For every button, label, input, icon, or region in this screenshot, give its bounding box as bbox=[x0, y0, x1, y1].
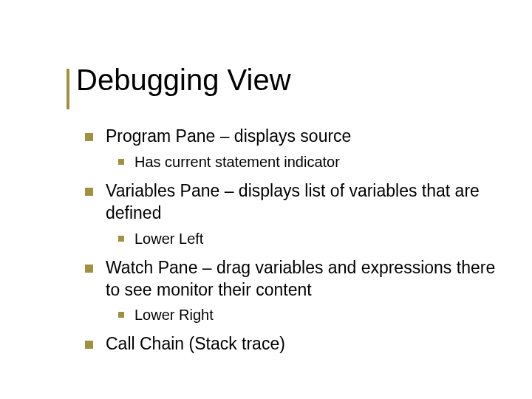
list-subitem: Lower Left bbox=[118, 229, 499, 248]
list-item: Program Pane – displays source bbox=[85, 126, 499, 148]
square-bullet-icon bbox=[118, 312, 124, 318]
list-item-text: Variables Pane – displays list of variab… bbox=[106, 180, 499, 225]
list-item-text: Watch Pane – drag variables and expressi… bbox=[106, 257, 499, 301]
slide: Debugging View Program Pane – displays s… bbox=[0, 0, 532, 399]
slide-body: Program Pane – displays source Has curre… bbox=[85, 126, 499, 360]
list-subitem: Lower Right bbox=[118, 305, 499, 324]
square-bullet-icon bbox=[118, 236, 124, 242]
square-bullet-icon bbox=[85, 265, 93, 273]
list-item-text: Program Pane – displays source bbox=[106, 126, 351, 148]
square-bullet-icon bbox=[118, 159, 124, 165]
list-item: Variables Pane – displays list of variab… bbox=[85, 180, 499, 225]
list-subitem-text: Has current statement indicator bbox=[134, 152, 340, 171]
list-subitem: Has current statement indicator bbox=[118, 152, 499, 171]
list-item-text: Call Chain (Stack trace) bbox=[106, 333, 285, 355]
title-accent-bar bbox=[66, 69, 69, 109]
list-subitem-text: Lower Left bbox=[134, 229, 203, 248]
slide-title: Debugging View bbox=[76, 64, 291, 97]
list-item: Watch Pane – drag variables and expressi… bbox=[85, 257, 499, 301]
list-item: Call Chain (Stack trace) bbox=[85, 333, 499, 355]
square-bullet-icon bbox=[85, 341, 93, 349]
square-bullet-icon bbox=[85, 133, 93, 141]
list-subitem-text: Lower Right bbox=[134, 305, 214, 324]
square-bullet-icon bbox=[85, 188, 93, 196]
